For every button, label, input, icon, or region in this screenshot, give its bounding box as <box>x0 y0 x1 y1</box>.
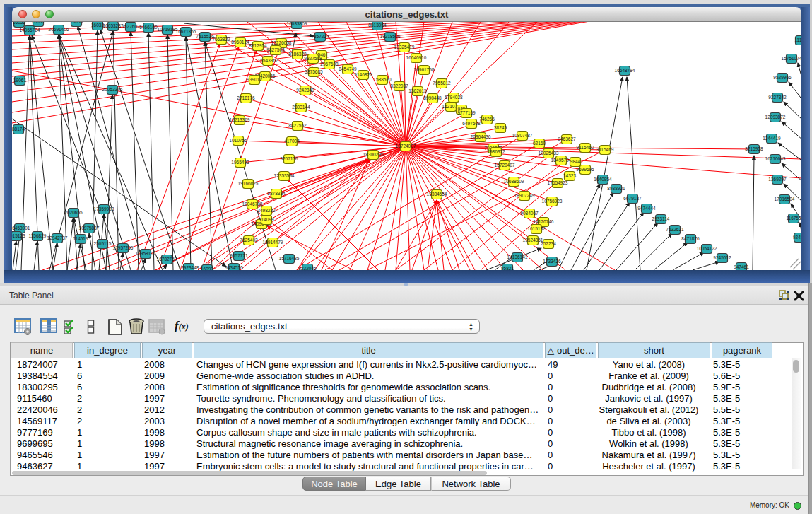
svg-text:14136141: 14136141 <box>507 255 528 259</box>
svg-text:10054122: 10054122 <box>697 246 717 251</box>
svg-text:8232045: 8232045 <box>298 266 317 270</box>
svg-text:7663822: 7663822 <box>212 37 230 42</box>
svg-text:10975887: 10975887 <box>79 226 100 230</box>
svg-text:10025433: 10025433 <box>539 151 559 156</box>
svg-text:16093: 16093 <box>201 267 213 270</box>
svg-text:252234: 252234 <box>541 241 556 246</box>
svg-text:88174: 88174 <box>12 127 25 132</box>
svg-text:18300295: 18300295 <box>363 152 384 157</box>
svg-text:16640910: 16640910 <box>406 55 427 60</box>
svg-text:8471876: 8471876 <box>681 236 700 241</box>
svg-text:1010755: 1010755 <box>229 138 247 143</box>
svg-text:2986372: 2986372 <box>487 149 505 154</box>
svg-text:8990448: 8990448 <box>423 95 442 100</box>
svg-text:12093872: 12093872 <box>765 115 786 119</box>
svg-text:3267130: 3267130 <box>280 156 298 161</box>
svg-text:15716485: 15716485 <box>279 256 300 261</box>
svg-text:18724007: 18724007 <box>396 144 416 148</box>
svg-text:10688609: 10688609 <box>504 179 524 184</box>
svg-text:9827508: 9827508 <box>266 47 285 52</box>
svg-text:8912954: 8912954 <box>249 43 267 48</box>
svg-text:14323: 14323 <box>563 173 576 178</box>
svg-text:19061: 19061 <box>13 78 26 83</box>
svg-text:9242848: 9242848 <box>296 88 314 93</box>
svg-text:13325419: 13325419 <box>394 45 415 49</box>
svg-text:15751074: 15751074 <box>782 56 801 61</box>
svg-text:6794028: 6794028 <box>445 95 463 100</box>
svg-text:2505115: 2505115 <box>94 241 112 246</box>
svg-text:7357224: 7357224 <box>311 34 329 39</box>
svg-text:9529966: 9529966 <box>773 75 792 80</box>
svg-text:16210643: 16210643 <box>765 156 786 161</box>
svg-text:20053346: 20053346 <box>102 87 123 92</box>
svg-text:14120746: 14120746 <box>534 219 554 224</box>
svg-text:8215958: 8215958 <box>745 146 763 151</box>
svg-text:9463627: 9463627 <box>558 136 576 141</box>
svg-text:8960124: 8960124 <box>231 40 249 45</box>
svg-text:16671355: 16671355 <box>176 29 196 34</box>
svg-text:116753: 116753 <box>786 216 801 221</box>
svg-text:6497508: 6497508 <box>462 121 481 126</box>
svg-text:19166825: 19166825 <box>238 181 259 186</box>
svg-text:9084067: 9084067 <box>520 211 539 216</box>
svg-text:9474444: 9474444 <box>637 206 656 211</box>
svg-text:18495794: 18495794 <box>551 158 572 163</box>
svg-text:19384554: 19384554 <box>427 192 447 197</box>
svg-text:17359938: 17359938 <box>94 206 114 211</box>
svg-text:38245: 38245 <box>494 125 507 130</box>
svg-text:1156829: 1156829 <box>29 233 47 238</box>
svg-text:3915123: 3915123 <box>12 233 25 238</box>
svg-text:7515526: 7515526 <box>196 34 214 39</box>
svg-text:746266: 746266 <box>479 117 495 122</box>
svg-text:16961758: 16961758 <box>414 67 435 72</box>
svg-text:8454749: 8454749 <box>339 66 357 71</box>
svg-text:16648784: 16648784 <box>615 68 635 73</box>
svg-text:1244419: 1244419 <box>763 136 781 141</box>
svg-text:17957255: 17957255 <box>113 245 134 250</box>
svg-text:95821: 95821 <box>501 266 514 270</box>
svg-text:1615132: 1615132 <box>527 226 546 231</box>
svg-text:92450: 92450 <box>793 235 801 240</box>
svg-text:62160: 62160 <box>533 141 546 146</box>
svg-text:114519: 114519 <box>73 236 88 241</box>
svg-text:8427552: 8427552 <box>288 123 307 128</box>
svg-text:9245612: 9245612 <box>713 255 731 260</box>
svg-text:939012: 939012 <box>247 77 262 82</box>
svg-text:20691406: 20691406 <box>49 27 69 32</box>
svg-text:8813054: 8813054 <box>368 23 387 28</box>
svg-text:114099: 114099 <box>259 217 274 222</box>
svg-text:9434550: 9434550 <box>225 265 243 270</box>
svg-text:10719185: 10719185 <box>158 27 178 32</box>
svg-text:8322037: 8322037 <box>390 83 408 88</box>
svg-text:1527602: 1527602 <box>122 24 140 29</box>
svg-text:2803144: 2803144 <box>292 105 310 110</box>
svg-text:9227342: 9227342 <box>768 95 787 100</box>
svg-text:3875685: 3875685 <box>305 69 323 74</box>
svg-text:1733426: 1733426 <box>543 259 561 264</box>
svg-text:417004: 417004 <box>284 139 300 144</box>
svg-text:12213369: 12213369 <box>230 117 250 122</box>
svg-text:7632621: 7632621 <box>666 227 684 232</box>
svg-text:10046708: 10046708 <box>242 201 263 206</box>
svg-text:947461: 947461 <box>734 264 749 269</box>
svg-text:9657771: 9657771 <box>230 253 248 258</box>
svg-text:17654923: 17654923 <box>548 180 568 185</box>
svg-text:2933114: 2933114 <box>652 216 670 221</box>
svg-text:9146821: 9146821 <box>354 72 372 77</box>
svg-text:10653287: 10653287 <box>103 23 124 28</box>
svg-text:16453901: 16453901 <box>12 226 30 230</box>
svg-text:19218506: 19218506 <box>380 34 401 39</box>
svg-text:12942737: 12942737 <box>47 235 68 240</box>
svg-text:12923448: 12923448 <box>179 265 199 270</box>
svg-text:20364436: 20364436 <box>471 134 491 139</box>
svg-text:16914479: 16914479 <box>263 240 283 245</box>
svg-text:1640954: 1640954 <box>594 177 612 182</box>
svg-text:11123: 11123 <box>794 37 801 42</box>
svg-text:15720407: 15720407 <box>495 163 515 168</box>
svg-text:2718176: 2718176 <box>237 95 255 100</box>
svg-text:7625402: 7625402 <box>240 238 258 243</box>
svg-text:5878334: 5878334 <box>267 191 286 196</box>
svg-text:1362615: 1362615 <box>408 88 427 93</box>
svg-text:20691: 20691 <box>32 22 45 24</box>
svg-text:1588520: 1588520 <box>373 77 392 82</box>
